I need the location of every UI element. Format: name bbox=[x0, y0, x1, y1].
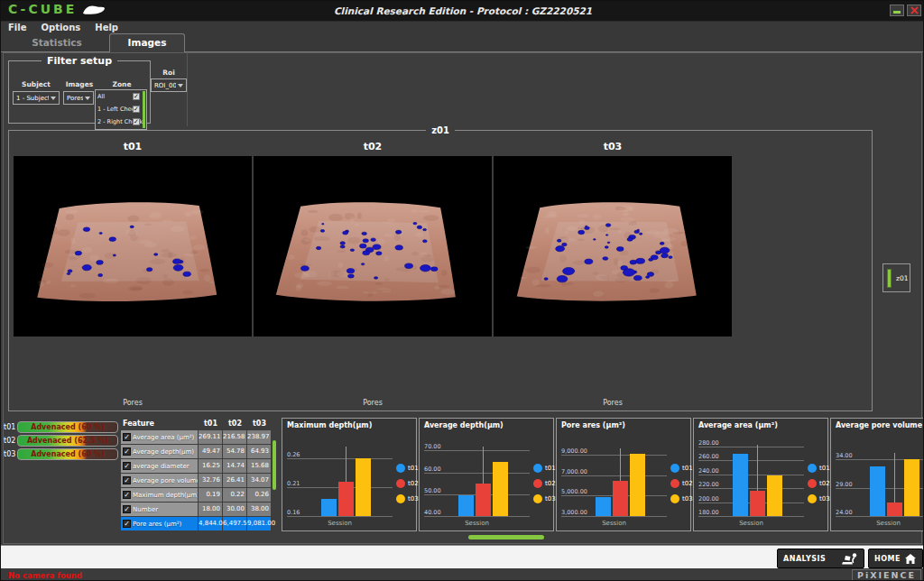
legend-label: t01 bbox=[545, 465, 556, 472]
analysis-icon bbox=[842, 552, 858, 566]
feature-name: Average pore volume (µm³) bbox=[133, 477, 199, 484]
zone-option[interactable]: 1 - Left Cheek bbox=[96, 103, 146, 115]
checkbox-icon[interactable] bbox=[123, 462, 131, 470]
feature-value: 54.78 bbox=[223, 445, 247, 458]
table-scrollbar-thumb[interactable] bbox=[273, 440, 276, 490]
x-axis-label: Session bbox=[424, 520, 530, 527]
error-bar bbox=[757, 445, 758, 491]
zone-z01-button[interactable]: z01 bbox=[882, 263, 910, 292]
bar-t02 bbox=[887, 503, 902, 516]
zone-group-legend: z01 bbox=[426, 125, 455, 135]
status-bar: No camera found PiXIENCE bbox=[1, 568, 924, 581]
bar-t02 bbox=[476, 484, 491, 516]
tab-bar: StatisticsImages bbox=[1, 33, 924, 52]
error-bar bbox=[483, 447, 484, 484]
legend-item: t03 bbox=[396, 494, 419, 503]
feature-table: Featuret01t02t03Average area (µm²)269.11… bbox=[121, 417, 272, 531]
checkbox-icon[interactable] bbox=[123, 491, 131, 499]
legend-label: t02 bbox=[682, 480, 693, 487]
zone-label: Zone bbox=[96, 80, 148, 88]
home-button[interactable]: HOME bbox=[868, 549, 923, 568]
chart-panel: Maximum depth(µm)0.160.210.26Sessiont01t… bbox=[282, 418, 417, 531]
images-row: t01Porest02Porest03Pores bbox=[14, 141, 735, 410]
gridline bbox=[424, 516, 530, 517]
col-header-t03: t03 bbox=[247, 420, 272, 428]
menu-item-help[interactable]: Help bbox=[95, 23, 118, 32]
analysis-button-label: ANALYSIS bbox=[783, 555, 826, 563]
table-row[interactable]: Average pore volume (µm³)32.7626.4134.07 bbox=[121, 474, 272, 487]
subject-select[interactable]: 1 - Subject01 bbox=[13, 91, 60, 105]
legend-label: t03 bbox=[545, 495, 556, 503]
checkbox-icon[interactable] bbox=[123, 433, 131, 441]
y-tick-label: 180.00 bbox=[698, 509, 719, 516]
chart-panel: Average area (µm²)180.00200.00220.00240.… bbox=[693, 418, 828, 531]
table-row[interactable]: average diameter16.2514.7415.68 bbox=[121, 459, 272, 473]
gridline bbox=[287, 516, 393, 517]
feature-value: 30.00 bbox=[223, 503, 247, 516]
checkbox-icon[interactable] bbox=[123, 505, 131, 513]
minimize-button[interactable] bbox=[890, 5, 904, 16]
menu-item-options[interactable]: Options bbox=[41, 23, 80, 32]
image-card: t02Pores bbox=[254, 141, 492, 407]
roi-select[interactable]: ROI_001 bbox=[151, 78, 187, 92]
chart-title: Pore ares (µm²) bbox=[561, 421, 625, 429]
images-select[interactable]: Pores bbox=[63, 91, 94, 105]
progress-row: t03Advenaced (60 %) bbox=[4, 448, 121, 460]
x-axis-label: Session bbox=[836, 520, 924, 527]
feature-cell: Maximum depth(µm) bbox=[121, 488, 199, 502]
divider bbox=[187, 52, 188, 126]
checkbox-icon[interactable] bbox=[133, 118, 140, 125]
analysis-button[interactable]: ANALYSIS bbox=[777, 549, 864, 568]
checkbox-icon[interactable] bbox=[123, 447, 131, 456]
brand-logo: PiXIENCE bbox=[852, 569, 921, 581]
y-tick-label: 0.26 bbox=[287, 451, 300, 458]
chart-title: Average area (µm²) bbox=[698, 421, 778, 429]
skin-3d-view[interactable] bbox=[14, 156, 252, 337]
table-row[interactable]: Number18.0030.0038.00 bbox=[121, 503, 272, 516]
zone-z01-label: z01 bbox=[896, 274, 908, 282]
table-row[interactable]: Average area (µm²)269.11216.58238.97 bbox=[121, 430, 272, 444]
feature-value: 0.22 bbox=[223, 488, 247, 502]
legend-color-dot bbox=[670, 479, 679, 488]
progress-label: t02 bbox=[4, 437, 15, 445]
feature-cell: Average area (µm²) bbox=[121, 430, 199, 444]
y-tick-label: 0.21 bbox=[287, 480, 300, 487]
app-window: C-CUBE Clinical Research Edition - Proto… bbox=[0, 0, 924, 581]
legend-color-dot bbox=[808, 479, 817, 488]
skin-3d-view[interactable] bbox=[494, 156, 732, 337]
charts-scrollbar-thumb[interactable] bbox=[468, 535, 544, 540]
bar-t03 bbox=[904, 459, 919, 516]
checkbox-icon[interactable] bbox=[133, 93, 140, 100]
tab-images[interactable]: Images bbox=[109, 33, 185, 52]
progress-label: t03 bbox=[4, 450, 15, 458]
y-tick-label: 5,000.00 bbox=[561, 488, 587, 495]
subject-label: Subject bbox=[11, 80, 61, 88]
window-controls bbox=[890, 5, 921, 16]
feature-value: 18.00 bbox=[199, 503, 223, 516]
feature-cell: Pore ares (µm²) bbox=[121, 517, 199, 530]
table-row[interactable]: Maximum depth(µm)0.190.220.26 bbox=[121, 488, 272, 502]
tab-statistics[interactable]: Statistics bbox=[21, 34, 93, 51]
bar-t02 bbox=[750, 491, 765, 516]
skin-3d-view[interactable] bbox=[254, 156, 492, 337]
menu-item-file[interactable]: File bbox=[8, 23, 26, 32]
bar-t03 bbox=[493, 462, 508, 516]
table-row[interactable]: Average depth(µm)49.4754.7864.93 bbox=[121, 445, 272, 458]
checkbox-icon[interactable] bbox=[123, 476, 131, 484]
checkbox-icon[interactable] bbox=[123, 520, 131, 528]
checkbox-icon[interactable] bbox=[133, 106, 140, 113]
legend-color-dot bbox=[533, 464, 542, 473]
legend-color-dot bbox=[533, 494, 542, 503]
legend-color-dot bbox=[808, 464, 817, 473]
y-tick-label: 40.00 bbox=[424, 509, 441, 516]
gridline bbox=[561, 516, 667, 517]
feature-value: 238.97 bbox=[247, 430, 272, 444]
close-button[interactable] bbox=[907, 5, 921, 16]
table-row[interactable]: Pore ares (µm²)4,844.006,497.509,081.00 bbox=[121, 517, 272, 530]
y-tick-label: 24.00 bbox=[836, 509, 853, 516]
gridline bbox=[698, 488, 804, 489]
gridline bbox=[561, 475, 667, 476]
home-icon bbox=[904, 553, 917, 565]
zone-option[interactable]: All bbox=[96, 90, 146, 103]
progress-text: Advenaced (62.5 %) bbox=[18, 436, 117, 446]
